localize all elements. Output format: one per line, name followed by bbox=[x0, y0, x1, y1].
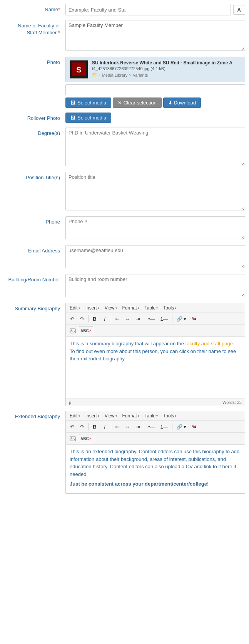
ext-bold-button[interactable]: B bbox=[90, 422, 99, 431]
building-input[interactable] bbox=[65, 274, 245, 297]
view-chevron: ▾ bbox=[115, 306, 117, 310]
ext-align-right-button[interactable]: ⇥ bbox=[133, 422, 142, 431]
email-input[interactable] bbox=[65, 245, 245, 268]
degrees-input[interactable] bbox=[65, 128, 245, 166]
ext-insert-image-button[interactable] bbox=[67, 434, 78, 443]
ext-ordered-list-button[interactable]: 1— bbox=[158, 422, 170, 431]
align-right-button[interactable]: ⇥ bbox=[133, 314, 142, 323]
word-count: Words: 33 bbox=[222, 400, 242, 405]
faculty-label: Name of Faculty orStaff Member * bbox=[4, 20, 65, 36]
degrees-field-wrap bbox=[65, 128, 245, 167]
summary-menu-table[interactable]: Table ▾ bbox=[142, 304, 160, 311]
ext-tools-chevron: ▾ bbox=[175, 414, 176, 418]
link-button[interactable]: 🔗 ▾ bbox=[174, 314, 189, 323]
toolbar-sep-3 bbox=[144, 315, 144, 323]
align-center-button[interactable]: ↔ bbox=[123, 314, 132, 323]
image-icon-1: 🖼 bbox=[70, 100, 75, 106]
form-container: Name* A Name of Faculty orStaff Member *… bbox=[0, 0, 249, 502]
summary-menubar: Edit ▾ Insert ▾ View ▾ Format ▾ Table ▾ … bbox=[66, 303, 245, 313]
toolbar-sep-2 bbox=[111, 315, 111, 323]
photo-button-group: 🖼 Select media ✕ Clear selection ⬇ Downl… bbox=[65, 98, 245, 108]
ext-toolbar-sep-3 bbox=[144, 423, 144, 430]
summary-editor-wrap: Edit ▾ Insert ▾ View ▾ Format ▾ Table ▾ … bbox=[65, 303, 245, 406]
bold-button[interactable]: B bbox=[90, 314, 99, 323]
download-label: ⬇ Download bbox=[168, 100, 196, 106]
ext-table-chevron: ▾ bbox=[156, 414, 158, 418]
extended-paragraph-2: Just be consistent across your departmen… bbox=[70, 480, 241, 488]
name-format-button[interactable]: A bbox=[233, 5, 245, 15]
ext-spellcheck-button[interactable]: ABC✓ bbox=[79, 434, 93, 443]
photo-preview-box: S SU Interlock Reverse White and SU Red … bbox=[65, 57, 245, 82]
ext-align-left-button[interactable]: ⇤ bbox=[113, 422, 122, 431]
ext-undo-button[interactable]: ↶ bbox=[67, 422, 77, 431]
table-chevron: ▾ bbox=[156, 306, 158, 310]
undo-button[interactable]: ↶ bbox=[67, 314, 77, 323]
insert-chevron: ▾ bbox=[98, 306, 99, 310]
ext-toolbar-sep-1 bbox=[88, 423, 89, 430]
unordered-list-button[interactable]: •— bbox=[146, 314, 157, 323]
italic-button[interactable]: I bbox=[100, 314, 109, 323]
summary-menu-tools[interactable]: Tools ▾ bbox=[161, 304, 179, 311]
extended-label: Extended Biography bbox=[4, 411, 65, 420]
ext-redo-button[interactable]: ↷ bbox=[77, 422, 87, 431]
summary-menu-insert[interactable]: Insert ▾ bbox=[83, 304, 102, 311]
ext-link-button[interactable]: 🔗 ▾ bbox=[174, 422, 189, 431]
position-input[interactable] bbox=[65, 172, 245, 210]
summary-editor-content[interactable]: This is a summary biography that will ap… bbox=[66, 337, 245, 399]
toolbar-sep-1 bbox=[88, 315, 89, 323]
select-media-button-2[interactable]: 🖼 Select media bbox=[65, 113, 111, 123]
name-input[interactable] bbox=[65, 4, 231, 15]
ordered-list-button[interactable]: 1— bbox=[158, 314, 170, 323]
insert-image-button[interactable] bbox=[67, 326, 78, 335]
extended-bold-text: Just be consistent across your departmen… bbox=[70, 481, 209, 487]
photo-filename: t4_4251386772839272540.jpg (4.1 kB) bbox=[92, 66, 241, 71]
name-row: Name* A bbox=[0, 4, 249, 15]
extended-text-1: This is an extended biography. Content e… bbox=[70, 449, 239, 477]
redo-button[interactable]: ↷ bbox=[77, 314, 87, 323]
summary-editor: Edit ▾ Insert ▾ View ▾ Format ▾ Table ▾ … bbox=[65, 303, 245, 406]
select-media-label-1: Select media bbox=[77, 100, 106, 106]
summary-menu-view[interactable]: View ▾ bbox=[102, 304, 119, 311]
spellcheck-button[interactable]: ABC✓ bbox=[79, 326, 93, 335]
phone-input[interactable] bbox=[65, 216, 245, 239]
summary-highlight: faculty and staff page. bbox=[185, 341, 234, 346]
extended-menu-edit[interactable]: Edit ▾ bbox=[67, 412, 82, 419]
align-left-button[interactable]: ⇤ bbox=[113, 314, 122, 323]
extended-menu-format[interactable]: Format ▾ bbox=[120, 412, 142, 419]
summary-label: Summary Biography bbox=[4, 303, 65, 312]
unlink-button[interactable] bbox=[189, 314, 199, 323]
summary-menu-format[interactable]: Format ▾ bbox=[120, 304, 142, 311]
select-media-button-1[interactable]: 🖼 Select media bbox=[65, 98, 111, 108]
ext-unlink-button[interactable] bbox=[189, 422, 199, 431]
extended-editor-content[interactable]: This is an extended biography. Content e… bbox=[66, 445, 245, 493]
ext-format-chevron: ▾ bbox=[138, 414, 139, 418]
ext-unordered-list-button[interactable]: •— bbox=[146, 422, 157, 431]
position-label: Position Title(s) bbox=[4, 172, 65, 181]
download-button[interactable]: ⬇ Download bbox=[163, 98, 201, 108]
media-type-input[interactable]: image/* bbox=[65, 84, 245, 95]
breadcrumb-folder: variants bbox=[133, 73, 148, 77]
clear-selection-button[interactable]: ✕ Clear selection bbox=[113, 98, 162, 108]
phone-field-wrap bbox=[65, 216, 245, 240]
name-label-text: Name bbox=[45, 7, 58, 12]
extended-menu-table[interactable]: Table ▾ bbox=[142, 412, 160, 419]
ext-toolbar-sep-4 bbox=[172, 423, 172, 430]
ext-view-chevron: ▾ bbox=[115, 414, 117, 418]
extended-menu-view[interactable]: View ▾ bbox=[102, 412, 119, 419]
summary-text-2: To find out even more about this person,… bbox=[70, 348, 236, 362]
position-field-wrap bbox=[65, 172, 245, 212]
photo-thumb-letter: S bbox=[72, 62, 86, 76]
extended-menu-tools[interactable]: Tools ▾ bbox=[161, 412, 179, 419]
summary-toolbar-1: ↶ ↷ B I ⇤ ↔ ⇥ •— 1— 🔗 ▾ bbox=[66, 313, 245, 325]
ext-italic-button[interactable]: I bbox=[100, 422, 109, 431]
extended-menu-insert[interactable]: Insert ▾ bbox=[83, 412, 102, 419]
faculty-name-input[interactable]: Sample Faculty Member bbox=[65, 20, 245, 51]
position-row: Position Title(s) bbox=[0, 172, 249, 212]
summary-menu-edit[interactable]: Edit ▾ bbox=[67, 304, 82, 311]
name-label: Name* bbox=[4, 4, 65, 13]
ext-align-center-button[interactable]: ↔ bbox=[123, 422, 132, 431]
email-field-wrap bbox=[65, 245, 245, 269]
email-label: Email Address bbox=[4, 245, 65, 254]
extended-row: Extended Biography Edit ▾ Insert ▾ View … bbox=[0, 411, 249, 494]
edit-chevron: ▾ bbox=[79, 306, 80, 310]
